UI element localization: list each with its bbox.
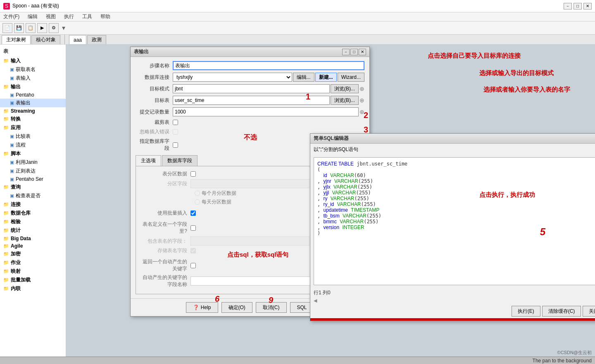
tree-folder-warehouse[interactable]: 📁 数据仓库 xyxy=(0,209,66,217)
item-icon-janin: ▣ xyxy=(10,160,14,165)
folder-icon-agile: 📁 xyxy=(3,243,9,249)
specify-fields-checkbox[interactable] xyxy=(173,142,178,148)
dialog-close-btn[interactable]: ✕ xyxy=(359,49,366,55)
toolbar: 📄 💾 📋 ▶ ⚙ ▾ xyxy=(0,21,595,35)
app-title: Spoon - aaa (有变动) xyxy=(12,2,59,9)
folder-icon-job: 📁 xyxy=(3,260,9,265)
maximize-btn[interactable]: □ xyxy=(574,3,582,9)
tree-item-compare[interactable]: ▣ 比较表 xyxy=(0,132,66,141)
tree-item-check-table[interactable]: ▣ 检查表是否 xyxy=(0,191,66,200)
db-conn-row: 数据库连接 tyshxjly 编辑... 新建... Wizard... xyxy=(136,73,364,82)
partition-data-label: 表分区数据 xyxy=(141,170,190,177)
commit-size-input[interactable] xyxy=(173,107,359,116)
commit-size-row: 提交记录数量 ⊕ xyxy=(136,107,364,116)
tab-db-fields[interactable]: 数据库字段 xyxy=(162,155,198,166)
tree-item-flow[interactable]: ▣ 流程 xyxy=(0,141,66,149)
tree-folder-inline[interactable]: 📁 内联 xyxy=(0,284,66,293)
dialog-sql-titlebar: 简单SQL编辑器 □ ✕ xyxy=(310,134,595,144)
ok-btn[interactable]: 确定(O) xyxy=(221,302,252,313)
tree-folder-streaming[interactable]: 📁 Streaming xyxy=(0,107,66,115)
tree-item-table-output[interactable]: ▣ 表输出 xyxy=(0,99,66,107)
tree-folder-transform[interactable]: 📁 转换 xyxy=(0,115,66,123)
schema-browse-btn[interactable]: 浏览(B)... xyxy=(331,84,359,93)
tree-folder-output[interactable]: 📁 输出 xyxy=(0,83,66,91)
tree-folder-validate[interactable]: 📁 检验 xyxy=(0,217,66,226)
tree-folder-bigdata[interactable]: 📁 Big Data xyxy=(0,235,66,242)
db-wizard-btn[interactable]: Wizard... xyxy=(338,73,364,82)
tree-folder-query[interactable]: 📁 查询 xyxy=(0,183,66,191)
tree-folder-batch[interactable]: 📁 批量加载 xyxy=(0,276,66,284)
tab-canvas-zhengce[interactable]: 政测 xyxy=(87,35,106,44)
db-edit-btn[interactable]: 编辑... xyxy=(293,73,314,82)
menu-help[interactable]: 帮助 xyxy=(99,12,112,21)
tree-folder-encrypt[interactable]: 📁 加密 xyxy=(0,250,66,258)
sql-label-row: 以";"分割的SQL语句 xyxy=(310,144,595,154)
dialog-maximize-btn[interactable]: □ xyxy=(350,49,358,55)
item-icon-check-table: ▣ xyxy=(10,193,14,199)
tree-item-pentaho[interactable]: ▣ Pentaho xyxy=(0,91,66,99)
help-btn[interactable]: ❓ Help xyxy=(186,302,218,313)
toolbar-save-as[interactable]: 📋 xyxy=(26,23,36,33)
tree-item-get-table[interactable]: ▣ 获取表名 xyxy=(0,65,66,74)
tab-core-objects[interactable]: 核心对象 xyxy=(31,35,60,44)
folder-icon-warehouse: 📁 xyxy=(3,210,9,216)
menu-tools[interactable]: 工具 xyxy=(81,12,94,21)
schema-spin: ⊕ xyxy=(359,85,364,92)
sql-toolbar: 执行(E) 清除缓存(C) 关闭(C) xyxy=(310,304,595,318)
menu-run[interactable]: 执行 xyxy=(62,12,76,21)
tree-folder-input[interactable]: 📁 输入 xyxy=(0,57,66,65)
num-badge-6: 6 xyxy=(215,294,219,304)
execute-btn[interactable]: 执行(E) xyxy=(512,306,540,317)
menu-edit[interactable]: 编辑 xyxy=(26,12,39,21)
sql-status: 行1 列0 xyxy=(310,288,595,297)
step-name-input[interactable] xyxy=(173,61,364,70)
num-badge-2: 2 xyxy=(364,111,368,120)
sql-close-btn[interactable]: 关闭(C) xyxy=(583,306,595,317)
truncate-checkbox[interactable] xyxy=(173,120,178,125)
tree-folder-script[interactable]: 📁 脚本 xyxy=(0,149,66,158)
annotation-1: 点击选择自己要导入目标库的连接 xyxy=(428,52,521,60)
tree-folder-stats[interactable]: 📁 统计 xyxy=(0,226,66,235)
dialog-table-output-controls[interactable]: － □ ✕ xyxy=(342,49,366,55)
minimize-btn[interactable]: － xyxy=(564,3,572,9)
tree-item-table-input[interactable]: ▣ 表输入 xyxy=(0,74,66,83)
auto-key-label: 自动产生的关键字的字段名称 xyxy=(141,274,190,288)
folder-icon-script: 📁 xyxy=(3,151,9,156)
menu-file[interactable]: 文件(F) xyxy=(2,12,21,21)
specify-fields-label: 指定数据库字段 xyxy=(136,138,173,152)
tab-canvas-aaa[interactable]: aaa xyxy=(69,35,86,44)
status-text: The pan to the background xyxy=(533,358,592,364)
toolbar-save[interactable]: 💾 xyxy=(14,23,24,33)
dialog-minimize-btn[interactable]: － xyxy=(342,49,350,55)
return-key-checkbox[interactable] xyxy=(190,263,196,268)
toolbar-new[interactable]: 📄 xyxy=(2,23,12,33)
db-conn-select[interactable]: tyshxjly xyxy=(173,73,292,82)
toolbar-run[interactable]: ▶ xyxy=(37,23,47,33)
tree-item-janin[interactable]: ▣ 利用Janin xyxy=(0,158,66,167)
table-browse-btn[interactable]: 浏览(B)... xyxy=(331,96,359,105)
db-new-btn[interactable]: 新建... xyxy=(315,73,337,82)
tree-folder-mapping[interactable]: 📁 映射 xyxy=(0,267,66,276)
menu-view[interactable]: 视图 xyxy=(44,12,57,21)
batch-insert-checkbox[interactable] xyxy=(190,210,196,216)
tree-folder-app[interactable]: 📁 应用 xyxy=(0,123,66,132)
item-icon-get-table: ▣ xyxy=(10,67,14,72)
tree-item-regex[interactable]: ▣ 正则表达 xyxy=(0,167,66,175)
tree-folder-agile[interactable]: 📁 Agile xyxy=(0,242,66,250)
title-bar-controls[interactable]: － □ ✕ xyxy=(564,3,592,9)
tree-item-pentaho-ser[interactable]: ▣ Pentaho Ser xyxy=(0,175,66,183)
tree-folder-job[interactable]: 📁 作业 xyxy=(0,258,66,267)
clear-cache-btn[interactable]: 清除缓存(C) xyxy=(542,306,581,317)
sql-content[interactable]: CREATE TABLE jbnt.user_sc_time ( id VARC… xyxy=(314,157,595,285)
close-btn[interactable]: ✕ xyxy=(583,3,592,9)
toolbar-settings[interactable]: ⚙ xyxy=(49,23,59,33)
partition-data-checkbox[interactable] xyxy=(190,171,196,177)
tree-folder-connection[interactable]: 📁 连接 xyxy=(0,200,66,209)
menu-bar: 文件(F) 编辑 视图 执行 工具 帮助 xyxy=(0,12,595,21)
table-spin: ⊕ xyxy=(359,97,364,104)
tab-main-objects[interactable]: 主对象树 xyxy=(2,35,31,44)
toolbar-separator: ▾ xyxy=(62,24,65,32)
tab-main-options[interactable]: 主选项 xyxy=(136,155,161,166)
table-in-field-checkbox[interactable] xyxy=(190,225,196,231)
tab-separator xyxy=(64,35,65,44)
